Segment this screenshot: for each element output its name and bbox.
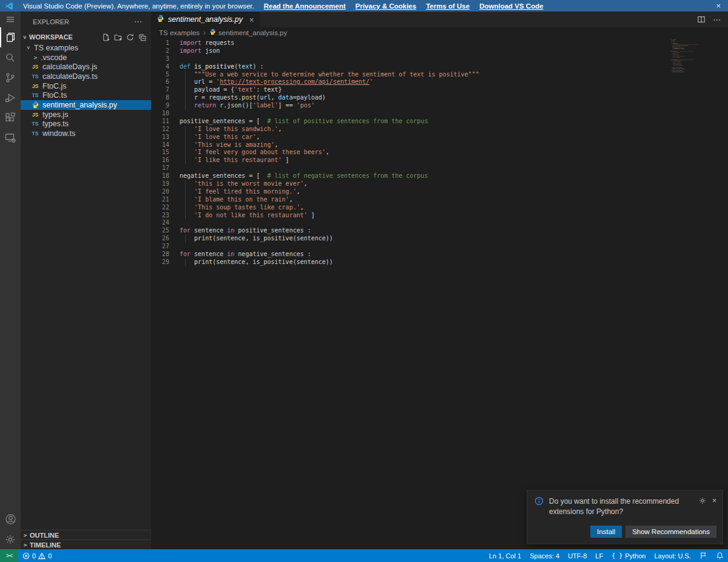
code-line[interactable]: 1import requests [151, 39, 728, 47]
code-line[interactable]: 17 [151, 164, 728, 172]
install-button[interactable]: Install [590, 526, 622, 538]
code-editor[interactable]: 1import requests2import json34def is_pos… [151, 38, 728, 549]
code-line[interactable]: 22 'This soup tastes like crap.', [151, 204, 728, 212]
chevron-right-icon: > [33, 54, 38, 61]
tab-close-icon[interactable]: × [249, 15, 254, 24]
code-line[interactable]: 9 return r.json()['label'] == 'pos' [151, 102, 728, 110]
menu-icon[interactable] [0, 12, 21, 27]
code-line[interactable]: 28for sentence in negative_sentences : [151, 251, 728, 259]
tab-bar: sentiment_analysis.py × ⋯ [151, 12, 728, 27]
code-line[interactable]: 10 [151, 110, 728, 118]
banner-close-icon[interactable]: × [713, 1, 723, 10]
collapse-all-icon[interactable] [138, 33, 146, 41]
browser-banner: Visual Studio Code (Preview). Anywhere, … [0, 0, 728, 12]
new-folder-icon[interactable] [114, 33, 122, 41]
eol-status[interactable]: LF [591, 549, 607, 562]
code-line[interactable]: 8 r = requests.post(url, data=payload) [151, 94, 728, 102]
code-line[interactable]: 11positive_sentences = [ # list of posit… [151, 118, 728, 126]
code-line[interactable]: 15 'I feel very good about these beers', [151, 149, 728, 157]
code-line[interactable]: 23 'I do not like this restaurant' ] [151, 212, 728, 220]
editor-group: sentiment_analysis.py × ⋯ TS examples › … [151, 12, 728, 549]
code-line[interactable]: 20 'I feel tired this morning.', [151, 188, 728, 196]
code-line[interactable]: 24 [151, 219, 728, 227]
file-row[interactable]: TSFtoC.ts [21, 90, 151, 100]
code-line[interactable]: 27 [151, 243, 728, 251]
code-line[interactable]: 3 [151, 55, 728, 63]
encoding-label: UTF-8 [568, 552, 587, 560]
search-icon[interactable] [0, 47, 21, 67]
bell-icon[interactable] [712, 549, 728, 562]
extensions-icon[interactable] [0, 107, 21, 127]
banner-link-terms[interactable]: Terms of Use [426, 2, 470, 10]
split-editor-icon[interactable] [697, 15, 706, 24]
code-line[interactable]: 21 'I blame this on the rain', [151, 196, 728, 204]
code-line[interactable]: 18negative_sentences = [ # list of negat… [151, 172, 728, 180]
line-number: 5 [151, 71, 169, 79]
code-line[interactable]: 19 'this is the worst movie ever', [151, 180, 728, 188]
code-line[interactable]: 16 'I like this restaurant' ] [151, 157, 728, 164]
run-and-debug-icon[interactable] [0, 87, 21, 107]
code-line[interactable]: 7 payload = {'text': text} [151, 86, 728, 94]
keyboard-layout-status[interactable]: Layout: U.S. [650, 549, 695, 562]
breadcrumb-folder[interactable]: TS examples [159, 29, 200, 36]
outline-section[interactable]: > OUTLINE [21, 530, 151, 540]
banner-link-announcement[interactable]: Read the Announcement [264, 2, 346, 10]
explorer-more-actions-icon[interactable]: ⋯ [134, 17, 143, 26]
code-line[interactable]: 12 'I love this sandwich.', [151, 126, 728, 134]
remote-indicator[interactable]: >< [0, 549, 18, 562]
tab-sentiment-analysis[interactable]: sentiment_analysis.py × [151, 12, 260, 27]
source-control-icon[interactable] [0, 67, 21, 87]
line-number: 18 [151, 172, 169, 180]
file-label: FtoC.js [42, 82, 67, 90]
problems-status[interactable]: 0 0 [18, 549, 56, 562]
notification-settings-gear-icon[interactable] [698, 496, 707, 505]
banner-link-download[interactable]: Download VS Code [479, 2, 543, 10]
file-row[interactable]: TStypes.ts [21, 120, 151, 129]
code-line[interactable]: 29 print(sentence, is_positive(sentence)… [151, 259, 728, 266]
code-line[interactable]: 4def is_positive(text) : [151, 63, 728, 71]
ts-file-icon: TS [30, 121, 40, 127]
show-recommendations-button[interactable]: Show Recommendations [625, 526, 716, 538]
ts-file-icon: TS [30, 130, 40, 137]
indentation-label: Spaces: 4 [530, 552, 559, 560]
line-number: 4 [151, 63, 169, 71]
remote-explorer-icon[interactable] [0, 127, 21, 147]
notification-close-icon[interactable]: × [712, 496, 716, 505]
editor-more-actions-icon[interactable]: ⋯ [713, 15, 721, 24]
file-row[interactable]: TSwindow.ts [21, 129, 151, 138]
minimap[interactable]: import requestsimport jsondef is_positiv… [671, 39, 705, 92]
line-number: 9 [151, 102, 169, 110]
code-line[interactable]: 6 url = 'http://text-processing.com/api/… [151, 78, 728, 86]
workspace-section-header[interactable]: > WORKSPACE [21, 32, 151, 42]
banner-link-privacy[interactable]: Privacy & Cookies [356, 2, 416, 10]
status-bar: >< 0 0 Ln 1, Col 1 Spaces: 4 UTF-8 LF { … [0, 549, 728, 562]
code-line[interactable]: 5 """Use a web service to determine whet… [151, 71, 728, 79]
refresh-icon[interactable] [126, 33, 134, 41]
folder-row[interactable]: >.vscode [21, 53, 151, 63]
settings-gear-icon[interactable] [0, 529, 21, 549]
file-row[interactable]: TScalculateDays.ts [21, 72, 151, 81]
breadcrumb-file[interactable]: sentiment_analysis.py [209, 29, 287, 36]
language-mode-status[interactable]: { } Python [607, 549, 650, 562]
timeline-section[interactable]: > TIMELINE [21, 540, 151, 549]
encoding-status[interactable]: UTF-8 [564, 549, 591, 562]
file-row[interactable]: JStypes.js [21, 110, 151, 120]
new-file-icon[interactable] [102, 33, 110, 41]
code-line[interactable]: 13 'I love this car', [151, 134, 728, 141]
line-number: 23 [151, 212, 169, 220]
feedback-icon[interactable] [695, 549, 712, 562]
code-line[interactable]: 2import json [151, 47, 728, 55]
file-row[interactable]: JSFtoC.js [21, 81, 151, 91]
file-row[interactable]: sentiment_analysis.py [21, 100, 151, 110]
folder-row[interactable]: >TS examples [21, 43, 151, 53]
chevron-down-icon: > [25, 45, 32, 50]
account-icon[interactable] [0, 509, 21, 529]
cursor-position[interactable]: Ln 1, Col 1 [485, 549, 525, 562]
code-line[interactable]: 26 print(sentence, is_positive(sentence)… [151, 235, 728, 243]
indentation-status[interactable]: Spaces: 4 [525, 549, 564, 562]
sidebar-title: EXPLORER [33, 18, 69, 25]
code-line[interactable]: 25for sentence in positive_sentences : [151, 227, 728, 235]
explorer-icon[interactable] [0, 27, 21, 47]
code-line[interactable]: 14 'This view is amazing', [151, 141, 728, 149]
file-row[interactable]: JScalculateDays.js [21, 62, 151, 72]
